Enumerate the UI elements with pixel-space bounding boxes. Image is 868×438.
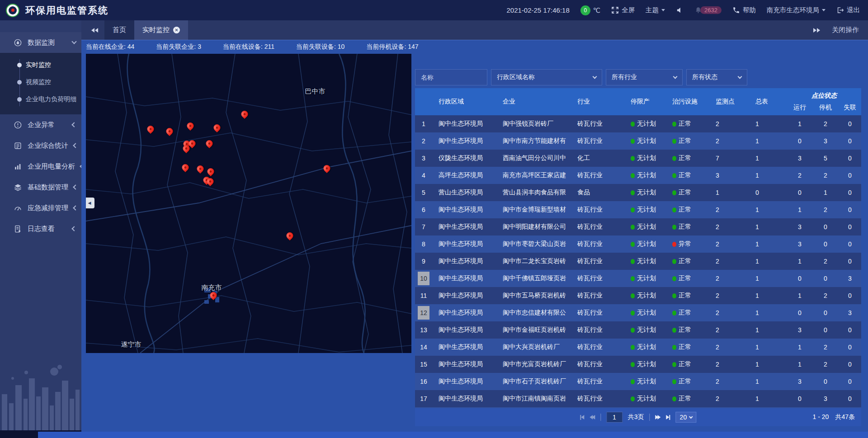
table-row[interactable]: 8阆中生态环境局阆中市枣碧大梁山页岩砖瓦行业无计划异常21300 (415, 235, 861, 253)
map-panel[interactable]: 巴中市南充市遂宁市 ◀ (86, 54, 411, 353)
logout-button[interactable]: 退出 (836, 6, 860, 14)
status-dot-green (672, 259, 676, 264)
notifications[interactable]: 2632 (694, 6, 722, 14)
col-company: 企业 (496, 88, 571, 115)
prev-page-button[interactable] (590, 415, 595, 419)
status-dot-green (672, 396, 676, 401)
sidebar-item-power-analysis[interactable]: 企业用电量分析 (0, 156, 81, 177)
cell-facility: 正常 (666, 218, 709, 235)
status-dot-green (672, 207, 676, 212)
status-dot-green (672, 293, 676, 298)
table-row[interactable]: 6阆中生态环境局阆中市金博瑞新型墙材砖瓦行业无计划正常21120 (415, 201, 861, 218)
cell-limit-label: 无计划 (637, 326, 656, 334)
last-page-button[interactable] (666, 415, 670, 420)
cell-limit: 无计划 (624, 115, 666, 132)
col-meter: 总表 (749, 88, 787, 115)
next-page-button[interactable] (656, 415, 661, 419)
tab-首页[interactable]: 首页 (104, 20, 134, 40)
tab-实时监控[interactable]: 实时监控✕ (134, 20, 188, 40)
table-row[interactable]: 2阆中生态环境局阆中市南方节能建材有砖瓦行业无计划正常21030 (415, 132, 861, 150)
alert-icon (14, 121, 22, 129)
cell-run: 3 (787, 373, 812, 390)
bell-icon (694, 6, 702, 14)
table-row[interactable]: 4高坪生态环境局南充市高坪区王家店建砖瓦行业无计划正常31220 (415, 167, 861, 184)
cell-run: 0 (787, 270, 812, 287)
close-icon[interactable]: ✕ (173, 27, 180, 33)
table-row[interactable]: 13阆中生态环境局阆中市金福旺页岩机砖砖瓦行业无计划正常21300 (415, 321, 861, 339)
sidebar-item-data-monitoring[interactable]: 数据监测 (0, 32, 81, 53)
help-button[interactable]: 帮助 (732, 6, 756, 14)
enterprise-table: 行政区域 企业 行业 停限产 治污设施 监测点 总表 点位状态 运行 停机 失联… (415, 88, 861, 426)
tabs-scroll-right-button[interactable] (813, 28, 820, 33)
org-dropdown[interactable]: 南充市生态环境局 (767, 6, 826, 14)
cell-facility: 异常 (666, 235, 709, 253)
status-filter-select[interactable]: 所有状态 (686, 69, 747, 85)
cell-company: 阆中市二龙长宝页岩砖 (496, 253, 571, 270)
sidebar-item-enterprise-abnormal[interactable]: 企业异常 (0, 114, 81, 135)
row-number: 6 (418, 203, 429, 217)
theme-dropdown[interactable]: 主题 (646, 6, 665, 14)
page-size-select[interactable]: 20 (676, 412, 697, 423)
sidebar-item-log-view[interactable]: 日志查看 (0, 218, 81, 239)
table-row[interactable]: 12阆中生态环境局阆中市忠信建材有限公砖瓦行业无计划正常21003 (415, 304, 861, 321)
tabs-scroll-left-button[interactable] (91, 28, 98, 33)
table-row[interactable]: 14阆中生态环境局阆中大兴页岩机砖厂砖瓦行业无计划正常21120 (415, 339, 861, 356)
table-row[interactable]: 3仪陇生态环境局西南油气田分公司川中化工无计划正常71350 (415, 150, 861, 167)
col-limit: 停限产 (624, 88, 666, 115)
cell-lost: 0 (839, 339, 861, 356)
close-operations-button[interactable]: 关闭操作 (832, 26, 859, 34)
main-content: 当前在线企业: 44当前失联企业: 3当前在线设备: 211当前失联设备: 10… (81, 40, 868, 432)
cell-facility-label: 异常 (679, 240, 691, 248)
cell-meter: 1 (749, 115, 787, 132)
fullscreen-button[interactable]: 全屏 (611, 6, 635, 14)
table-row[interactable]: 7阆中生态环境局阆中明阳建材有限公司砖瓦行业无计划正常21300 (415, 218, 861, 235)
speaker-button[interactable] (676, 6, 684, 14)
sidebar-subitem[interactable]: 视频监控 (0, 74, 81, 91)
cell-limit: 无计划 (624, 356, 666, 373)
cell-facility: 正常 (666, 304, 709, 321)
cell-index: 5 (415, 184, 432, 201)
bullet-icon (17, 97, 22, 102)
sidebar-item-enterprise-statistics[interactable]: 企业综合统计 (0, 135, 81, 156)
cell-index: 6 (415, 201, 432, 218)
cell-run: 0 (787, 184, 812, 201)
stats-icon (14, 141, 22, 150)
gauge-icon (14, 204, 22, 212)
sidebar-subitem[interactable]: 实时监控 (0, 57, 81, 74)
total-count-label: 共47条 (835, 413, 855, 421)
map-collapse-handle[interactable]: ◀ (86, 198, 94, 208)
fullscreen-label: 全屏 (622, 6, 635, 14)
sidebar-subitem[interactable]: 企业电力负荷明细 (0, 91, 81, 108)
status-dot-green (631, 139, 635, 144)
status-dot-green (631, 293, 635, 298)
cell-monitor: 2 (709, 356, 749, 373)
status-dot-green (631, 190, 635, 195)
table-row[interactable]: 15阆中生态环境局阆中市光富页岩机砖厂砖瓦行业无计划正常21120 (415, 356, 861, 373)
cell-region: 阆中生态环境局 (432, 321, 496, 339)
cell-monitor: 1 (709, 184, 749, 201)
page-number-input[interactable] (606, 412, 623, 423)
sidebar-item-base-data[interactable]: 基础数据管理 (0, 177, 81, 198)
cell-industry: 砖瓦行业 (571, 270, 624, 287)
table-row[interactable]: 5营山生态环境局营山县润丰肉食品有限食品无计划正常10010 (415, 184, 861, 201)
sidebar-item-emergency-reduction[interactable]: 应急减排管理 (0, 198, 81, 218)
cell-industry: 砖瓦行业 (571, 218, 624, 235)
industry-filter-select[interactable]: 所有行业 (606, 69, 683, 85)
table-row[interactable]: 11阆中生态环境局阆中市五马桥页岩机砖砖瓦行业无计划正常21120 (415, 287, 861, 304)
cell-stop: 1 (812, 184, 839, 201)
cell-facility-label: 正常 (679, 326, 691, 334)
cell-region: 阆中生态环境局 (432, 356, 496, 373)
cell-facility-label: 正常 (679, 188, 691, 197)
table-row[interactable]: 17阆中生态环境局阆中市江南镇阆南页岩砖瓦行业无计划正常21030 (415, 390, 861, 407)
table-row[interactable]: 16阆中生态环境局阆中市石子页岩机砖厂砖瓦行业无计划正常21300 (415, 373, 861, 390)
region-filter-select[interactable]: 行政区域名称 (491, 69, 602, 85)
status-dot-green (631, 173, 635, 178)
table-row[interactable]: 10阆中生态环境局阆中千佛镇五郎垭页岩砖瓦行业无计划正常21003 (415, 270, 861, 287)
first-page-button[interactable] (580, 415, 584, 420)
cell-facility: 正常 (666, 184, 709, 201)
cell-run: 1 (787, 115, 812, 132)
table-row[interactable]: 1阆中生态环境局阆中强锐页岩砖厂砖瓦行业无计划正常21120 (415, 115, 861, 132)
cell-index: 16 (415, 373, 432, 390)
name-filter-input[interactable] (415, 69, 487, 85)
table-row[interactable]: 9阆中生态环境局阆中市二龙长宝页岩砖砖瓦行业无计划正常21120 (415, 253, 861, 270)
